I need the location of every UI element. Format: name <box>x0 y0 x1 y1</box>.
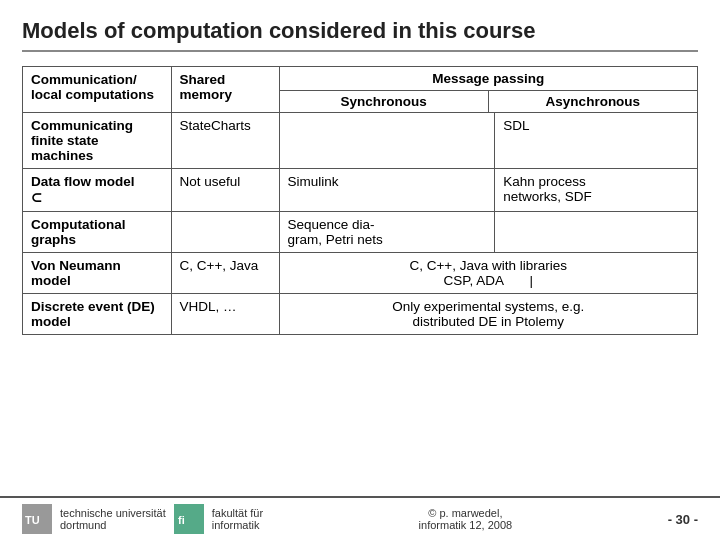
header-col3: Message passing Synchronous Asynchronous <box>279 67 698 113</box>
header-col1: Communication/ local computations <box>23 67 172 113</box>
slide-footer: TU technische universität dortmund fi fa… <box>0 496 720 540</box>
row2-col1: Data flow model⊂ <box>23 169 172 212</box>
table-row: Data flow model⊂ Not useful Simulink Kah… <box>23 169 698 212</box>
table-row: Communicating finite state machines Stat… <box>23 113 698 169</box>
row2-col4: Kahn processnetworks, SDF <box>495 169 698 212</box>
row5-col2: VHDL, … <box>171 294 279 335</box>
table-row: Computationalgraphs Sequence dia-gram, P… <box>23 212 698 253</box>
row1-col3 <box>279 113 495 169</box>
header-synchronous: Synchronous <box>280 91 489 112</box>
row5-col34: Only experimental systems, e.g.distribut… <box>279 294 698 335</box>
header-asynchronous: Asynchronous <box>489 91 697 112</box>
header-col2: Shared memory <box>171 67 279 113</box>
computation-table: Communication/ local computations Shared… <box>22 66 698 335</box>
footer-left: TU technische universität dortmund fi fa… <box>22 504 263 534</box>
svg-text:fi: fi <box>178 514 185 526</box>
table-row: Von Neumannmodel C, C++, Java C, C++, Ja… <box>23 253 698 294</box>
slide-title: Models of computation considered in this… <box>22 18 698 52</box>
row5-col1: Discrete event (DE)model <box>23 294 172 335</box>
table-header-row: Communication/ local computations Shared… <box>23 67 698 113</box>
page-number: - 30 - <box>668 512 698 527</box>
row2-col2: Not useful <box>171 169 279 212</box>
row3-col3: Sequence dia-gram, Petri nets <box>279 212 495 253</box>
table-row: Discrete event (DE)model VHDL, … Only ex… <box>23 294 698 335</box>
row3-col4 <box>495 212 698 253</box>
tu-logo: TU <box>22 504 52 534</box>
row3-col2 <box>171 212 279 253</box>
row1-col1: Communicating finite state machines <box>23 113 172 169</box>
row4-col1: Von Neumannmodel <box>23 253 172 294</box>
slide-content: Models of computation considered in this… <box>0 0 720 496</box>
fi-text: fakultät für informatik <box>212 507 263 531</box>
svg-text:TU: TU <box>25 514 40 526</box>
row4-col2: C, C++, Java <box>171 253 279 294</box>
footer-center: © p. marwedel, informatik 12, 2008 <box>419 507 513 531</box>
tu-text: technische universität dortmund <box>60 507 166 531</box>
row1-col2: StateCharts <box>171 113 279 169</box>
fi-logo: fi <box>174 504 204 534</box>
row1-col4: SDL <box>495 113 698 169</box>
row3-col1: Computationalgraphs <box>23 212 172 253</box>
row2-col3: Simulink <box>279 169 495 212</box>
row4-col34: C, C++, Java with librariesCSP, ADA | <box>279 253 698 294</box>
